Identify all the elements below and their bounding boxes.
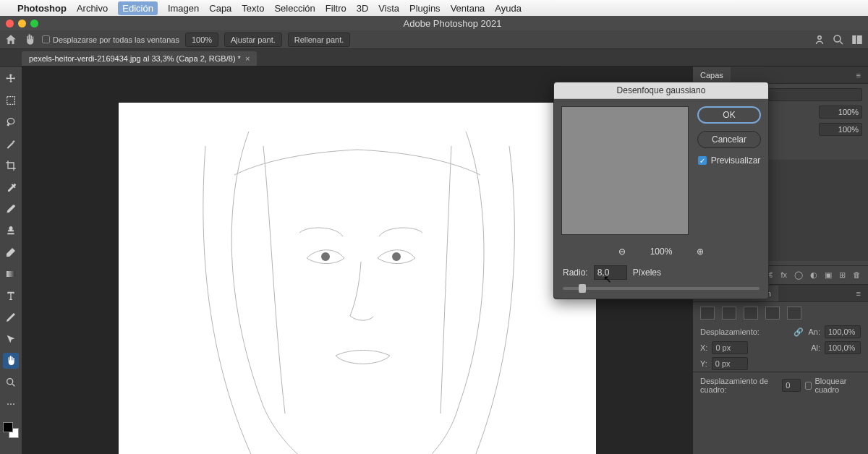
- h-label: Al:: [811, 343, 820, 352]
- layers-tab[interactable]: Capas: [693, 67, 731, 83]
- new-layer-icon[interactable]: ⊞: [839, 270, 846, 280]
- document-tab[interactable]: pexels-heitor-verdi-2169434.jpg al 33,3%…: [22, 51, 257, 66]
- menu-3d[interactable]: 3D: [357, 3, 369, 14]
- search-icon[interactable]: [832, 33, 845, 46]
- stamp-tool[interactable]: [3, 223, 19, 239]
- clone-source-5[interactable]: [787, 307, 801, 320]
- macos-menubar: Photoshop Archivo Edición Imagen Capa Te…: [0, 0, 868, 16]
- fill-screen-button[interactable]: Rellenar pant.: [288, 33, 351, 47]
- clone-source-4[interactable]: [765, 307, 780, 320]
- color-swatches[interactable]: [3, 422, 19, 438]
- clone-source-3[interactable]: [744, 307, 758, 320]
- radius-unit: Píxeles: [633, 267, 661, 278]
- pen-tool[interactable]: [3, 309, 19, 325]
- checkbox-icon[interactable]: [42, 35, 50, 43]
- window-titlebar: Adobe Photoshop 2021: [0, 16, 868, 30]
- gaussian-blur-dialog[interactable]: Desenfoque gaussiano OK Cancelar ✓ Previ…: [553, 82, 769, 299]
- close-window-icon[interactable]: [6, 20, 14, 27]
- y-field[interactable]: 0 px: [712, 357, 748, 370]
- menu-filtro[interactable]: Filtro: [326, 3, 346, 14]
- maximize-window-icon[interactable]: [30, 20, 38, 27]
- scroll-all-windows-option[interactable]: Desplazarse por todas las ventanas: [42, 35, 179, 44]
- radius-input[interactable]: [594, 265, 627, 280]
- dialog-title[interactable]: Desenfoque gaussiano: [554, 82, 768, 99]
- mask-icon[interactable]: ◯: [794, 270, 803, 280]
- menu-capa[interactable]: Capa: [209, 3, 231, 14]
- document-canvas[interactable]: [119, 103, 596, 454]
- menu-imagen[interactable]: Imagen: [168, 3, 199, 14]
- gradient-tool[interactable]: [3, 266, 19, 282]
- svg-rect-3: [857, 35, 862, 44]
- svg-point-1: [834, 35, 841, 42]
- menu-texto[interactable]: Texto: [242, 3, 264, 14]
- panel-menu-icon[interactable]: ≡: [849, 71, 868, 80]
- menu-archivo[interactable]: Archivo: [77, 3, 108, 14]
- svg-point-6: [7, 379, 13, 385]
- document-tab-label: pexels-heitor-verdi-2169434.jpg al 33,3%…: [29, 54, 241, 63]
- lasso-tool[interactable]: [3, 114, 19, 130]
- zoom-out-icon[interactable]: ⊖: [618, 247, 626, 257]
- brush-tool[interactable]: [3, 201, 19, 217]
- frame-offset-field[interactable]: 0: [782, 379, 801, 392]
- checkbox-icon[interactable]: [805, 382, 812, 390]
- workspace-icon[interactable]: [851, 33, 864, 46]
- height-field[interactable]: 100,0%: [825, 341, 861, 354]
- crop-tool[interactable]: [3, 158, 19, 174]
- document-tab-bar: pexels-heitor-verdi-2169434.jpg al 33,3%…: [0, 49, 868, 67]
- type-tool[interactable]: [3, 288, 19, 304]
- menu-seleccion[interactable]: Selección: [274, 3, 315, 14]
- dialog-preview[interactable]: [561, 106, 689, 235]
- hand-tool[interactable]: [3, 353, 19, 369]
- w-label: An:: [808, 327, 820, 336]
- folder-icon[interactable]: ▣: [825, 270, 832, 280]
- minimize-window-icon[interactable]: [18, 20, 26, 27]
- width-field[interactable]: 100,0%: [825, 325, 861, 338]
- adjustment-icon[interactable]: ◐: [810, 270, 817, 280]
- svg-rect-5: [7, 271, 15, 277]
- path-tool[interactable]: [3, 331, 19, 347]
- svg-point-0: [818, 35, 822, 39]
- close-tab-icon[interactable]: ×: [245, 54, 250, 63]
- fit-screen-button[interactable]: Ajustar pant.: [224, 33, 282, 47]
- preview-checkbox[interactable]: ✓ Previsualizar: [698, 155, 761, 166]
- preview-zoom-value: 100%: [650, 247, 673, 257]
- opacity-field[interactable]: 100%: [819, 106, 862, 119]
- move-tool[interactable]: [3, 71, 19, 87]
- eraser-tool[interactable]: [3, 244, 19, 260]
- menu-vista[interactable]: Vista: [378, 3, 399, 14]
- radius-label: Radio:: [563, 267, 588, 278]
- zoom-100-button[interactable]: 100%: [185, 33, 218, 47]
- trash-icon[interactable]: 🗑: [853, 270, 861, 280]
- foreground-color-swatch[interactable]: [3, 422, 13, 432]
- menu-ayuda[interactable]: Ayuda: [495, 3, 522, 14]
- clone-source-2[interactable]: [722, 307, 736, 320]
- radius-slider[interactable]: [563, 287, 760, 290]
- fill-field[interactable]: 100%: [819, 123, 862, 136]
- zoom-in-icon[interactable]: ⊕: [697, 247, 704, 257]
- menu-plugins[interactable]: Plugins: [409, 3, 441, 14]
- menu-edicion[interactable]: Edición: [118, 1, 158, 15]
- ok-button[interactable]: OK: [697, 106, 761, 124]
- marquee-tool[interactable]: [3, 93, 19, 108]
- x-label: X:: [700, 343, 707, 352]
- clone-source-panel: Origen de clonación ≡ Desplazamiento: 🔗 …: [693, 284, 868, 395]
- lock-frame-option[interactable]: Bloquear cuadro: [805, 377, 861, 394]
- svg-rect-2: [852, 35, 856, 44]
- edit-toolbar-icon[interactable]: ⋯: [3, 396, 19, 412]
- share-icon[interactable]: [813, 33, 826, 46]
- eyedropper-tool[interactable]: [3, 179, 19, 195]
- slider-thumb[interactable]: [579, 284, 586, 293]
- clone-panel-menu-icon[interactable]: ≡: [849, 289, 868, 298]
- lock-frame-label: Bloquear cuadro: [814, 377, 861, 394]
- menu-ventana[interactable]: Ventana: [451, 3, 485, 14]
- home-icon[interactable]: [4, 33, 17, 46]
- wand-tool[interactable]: [3, 136, 19, 152]
- link-wh-icon[interactable]: 🔗: [793, 327, 804, 337]
- zoom-tool[interactable]: [3, 374, 19, 390]
- cancel-button[interactable]: Cancelar: [697, 131, 761, 148]
- hand-tool-icon[interactable]: [23, 33, 36, 46]
- fx-icon[interactable]: fx: [780, 270, 787, 280]
- clone-source-1[interactable]: [700, 307, 715, 320]
- menu-app[interactable]: Photoshop: [17, 3, 67, 14]
- x-field[interactable]: 0 px: [712, 341, 748, 354]
